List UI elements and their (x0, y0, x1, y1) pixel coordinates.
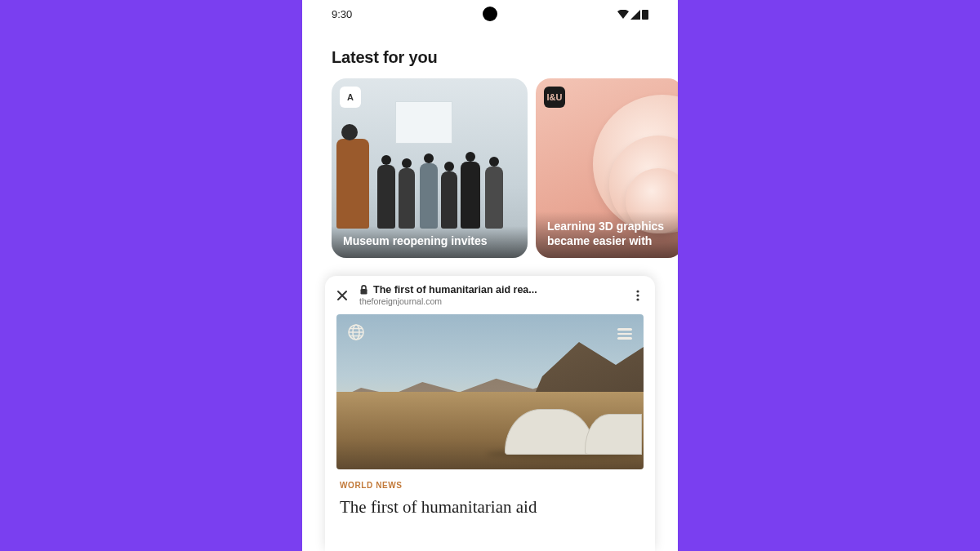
source-badge: I&U (544, 87, 565, 108)
phone-frame: 9:30 Latest for you (302, 0, 678, 551)
article-category: WORLD NEWS (325, 469, 655, 493)
close-button[interactable] (333, 287, 351, 304)
camera-notch (483, 7, 497, 21)
custom-tab-toolbar: The first of humanitarian aid rea... the… (325, 276, 655, 313)
more-vert-icon (636, 290, 639, 301)
custom-tab-sheet: The first of humanitarian aid rea... the… (325, 276, 655, 551)
page-domain: theforeignjournal.com (359, 296, 621, 306)
wifi-icon (617, 10, 629, 20)
svg-rect-0 (642, 10, 648, 20)
signal-icon (630, 10, 640, 20)
status-time: 9:30 (332, 8, 352, 20)
article-headline: The first of humanitarian aid (325, 493, 655, 518)
svg-rect-1 (361, 289, 368, 295)
cards-carousel[interactable]: A Museum reopening invites I&U Learning … (302, 78, 678, 258)
svg-point-4 (636, 298, 639, 300)
page-title: The first of humanitarian aid rea... (373, 284, 537, 295)
story-card-2[interactable]: I&U Learning 3D graphics became easier w… (536, 78, 678, 258)
more-options-button[interactable] (629, 290, 647, 301)
close-icon (336, 290, 348, 301)
article-hero-image (336, 314, 644, 469)
globe-icon (346, 322, 366, 342)
status-bar: 9:30 (302, 0, 678, 25)
source-badge: A (340, 87, 361, 108)
card-caption: Learning 3D graphics became easier with (536, 211, 678, 258)
site-menu-button[interactable] (617, 326, 632, 342)
hamburger-icon (617, 328, 632, 340)
battery-icon (642, 10, 648, 20)
svg-point-3 (636, 294, 639, 296)
story-card-1[interactable]: A Museum reopening invites (332, 78, 528, 258)
page-info[interactable]: The first of humanitarian aid rea... the… (359, 284, 621, 306)
card-caption: Museum reopening invites (332, 226, 528, 259)
site-logo-button[interactable] (346, 322, 366, 345)
svg-point-2 (636, 290, 639, 292)
section-title: Latest for you (302, 25, 678, 78)
status-indicators (617, 10, 648, 20)
lock-icon (359, 285, 368, 295)
